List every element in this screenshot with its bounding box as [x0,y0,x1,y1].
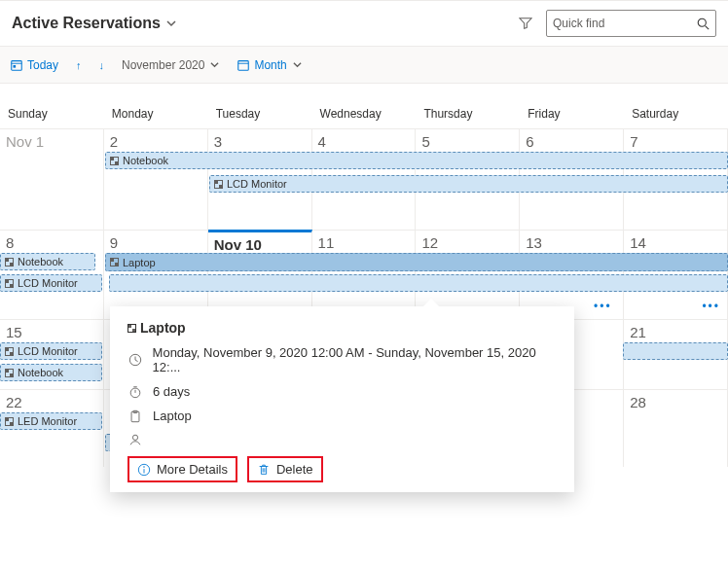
search-icon [697,18,710,30]
event-label: LCD Monitor [18,345,78,357]
next-button[interactable]: ↓ [99,59,105,71]
event-details-popup: Laptop Monday, November 9, 2020 12:00 AM… [110,306,574,467]
popup-title-row: Laptop [127,320,557,336]
event-label: Laptop [123,257,156,268]
page-title: Active Reservations [12,15,161,32]
day-number: 21 [630,324,646,340]
chevron-down-icon [210,60,219,69]
day-number: 28 [630,394,646,410]
calendar-icon [10,58,23,72]
event-bar[interactable]: LED Monitor [0,412,102,430]
day-number: 11 [318,234,335,251]
appointment-icon [5,369,14,377]
day-number: 6 [526,133,533,150]
day-number: 4 [318,133,326,150]
day-header: Tuesday [208,84,312,128]
event-bar[interactable]: LCD Monitor [0,274,102,292]
day-header: Wednesday [312,84,417,128]
popup-arrow [423,299,439,306]
day-number: 5 [421,133,429,150]
filter-icon[interactable] [519,17,532,30]
popup-duration-row: 6 days [127,384,557,399]
month-picker[interactable]: November 2020 [122,58,219,72]
event-bar[interactable]: Notebook [0,253,95,270]
popup-asset-row: Laptop [127,409,557,423]
day-number: 14 [630,234,646,251]
appointment-icon [5,258,14,267]
event-bar[interactable]: Notebook [0,364,102,381]
day-number: 13 [526,234,542,251]
svg-point-0 [698,18,706,26]
event-bar[interactable] [623,342,728,360]
calendar-toolbar: Today ↑ ↓ November 2020 Month [0,47,728,84]
event-bar-selected[interactable]: Laptop [105,253,728,271]
more-icon[interactable]: ••• [594,300,612,313]
event-label: Notebook [18,367,63,378]
day-header: Thursday [416,84,520,128]
svg-point-16 [143,466,145,467]
svg-rect-5 [238,60,249,70]
day-header: Monday [104,84,208,128]
search-input[interactable]: Quick find [546,10,716,37]
appointment-icon [110,157,119,165]
delete-button[interactable]: Delete [247,456,323,467]
day-cell[interactable]: 2 [104,128,208,230]
day-number: Nov 10 [214,236,262,253]
day-number: 22 [6,394,22,410]
day-number: Nov 1 [6,133,44,150]
popup-duration: 6 days [153,384,190,399]
popup-owner-row [127,433,557,446]
month-label: November 2020 [122,58,204,72]
more-details-label: More Details [157,462,228,467]
chevron-down-icon [166,18,176,28]
appointment-icon [5,347,14,356]
day-cell[interactable]: Nov 1 [0,128,104,230]
svg-rect-4 [14,65,17,68]
appointment-icon [5,279,14,288]
more-icon[interactable]: ••• [702,300,720,313]
clipboard-icon [127,409,143,423]
view-mode-picker[interactable]: Month [237,58,301,72]
day-header: Saturday [624,84,728,128]
search-placeholder: Quick find [553,17,697,30]
delete-label: Delete [276,462,313,467]
popup-title: Laptop [140,320,186,336]
day-number: 8 [6,234,14,251]
prev-button[interactable]: ↑ [76,59,82,71]
popup-asset: Laptop [153,409,192,423]
event-bar[interactable]: LCD Monitor [209,175,728,193]
today-label: Today [27,58,58,72]
page-title-dropdown[interactable]: Active Reservations [12,15,176,32]
more-details-button[interactable]: More Details [127,456,237,467]
event-bar[interactable] [109,274,728,292]
person-icon [127,433,143,446]
appointment-icon [127,320,140,336]
day-number: 15 [6,324,22,340]
event-label: Notebook [123,155,168,166]
event-label: Notebook [18,256,63,267]
today-button[interactable]: Today [10,58,58,72]
svg-line-1 [706,25,710,29]
event-label: LED Monitor [18,415,77,427]
popup-datetime-row: Monday, November 9, 2020 12:00 AM - Sund… [127,345,557,374]
event-label: LCD Monitor [18,277,78,289]
appointment-icon [5,417,14,426]
clock-icon [127,353,143,367]
popup-datetime: Monday, November 9, 2020 12:00 AM - Sund… [153,345,557,374]
day-number: 7 [630,133,637,150]
calendar-icon [237,58,250,72]
appointment-icon [214,180,223,189]
info-icon [137,463,151,468]
day-cell[interactable]: 28 [624,389,728,467]
day-number: 9 [110,234,118,251]
event-label: LCD Monitor [227,178,287,190]
view-mode-label: Month [254,58,286,72]
event-bar[interactable]: Notebook [105,152,728,169]
arrow-up-icon: ↑ [76,59,82,71]
trash-icon [257,463,271,468]
svg-point-13 [132,435,137,440]
event-bar[interactable]: LCD Monitor [0,342,102,360]
day-number: 3 [214,133,222,150]
arrow-down-icon: ↓ [99,59,105,71]
chevron-down-icon [293,60,302,69]
